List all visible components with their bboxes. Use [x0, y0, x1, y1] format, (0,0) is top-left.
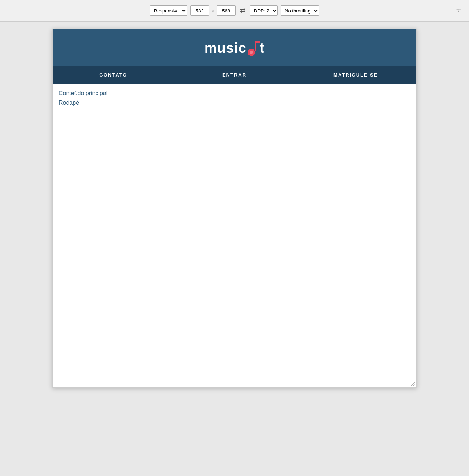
resize-handle[interactable]	[410, 381, 415, 386]
responsive-selector[interactable]: Responsive	[150, 5, 187, 16]
logo-text-t: t	[260, 40, 265, 56]
height-input[interactable]: 568	[217, 5, 236, 16]
throttling-dropdown[interactable]: No throttling	[281, 5, 319, 16]
svg-point-3	[250, 51, 253, 54]
dpr-dropdown[interactable]: DPR: 2	[250, 5, 278, 16]
footer-text: Rodapé	[59, 98, 410, 108]
nav-item-entrar[interactable]: ENTRAR	[174, 66, 295, 84]
device-container: music t CONTATO ENTRAR MATRICULE-SE Cont…	[0, 22, 469, 395]
width-input[interactable]: 582	[190, 5, 209, 16]
svg-line-5	[413, 384, 415, 386]
responsive-dropdown[interactable]: Responsive	[150, 5, 187, 16]
site-nav: CONTATO ENTRAR MATRICULE-SE	[53, 66, 416, 84]
logo: music t	[204, 40, 265, 57]
site-content: Conteúdo principal Rodapé	[53, 84, 416, 304]
main-content-text: Conteúdo principal	[59, 89, 410, 98]
dimension-separator: ×	[211, 8, 214, 14]
rotate-icon-container[interactable]: ⇄	[239, 5, 247, 16]
width-input-group: 582 × 568	[190, 5, 236, 16]
nav-item-contato[interactable]: CONTATO	[53, 66, 174, 84]
touch-icon[interactable]: ☜	[454, 5, 463, 16]
device-frame: music t CONTATO ENTRAR MATRICULE-SE Cont…	[52, 29, 417, 388]
svg-rect-2	[255, 41, 260, 43]
dpr-selector[interactable]: DPR: 2	[250, 5, 278, 16]
logo-text-music: music	[204, 40, 247, 56]
svg-line-4	[411, 382, 415, 386]
nav-item-matricule[interactable]: MATRICULE-SE	[295, 66, 416, 84]
rotate-icon[interactable]: ⇄	[239, 5, 247, 16]
toolbar: Responsive 582 × 568 ⇄ DPR: 2 No throttl…	[0, 0, 469, 22]
site-header: music t	[53, 29, 416, 66]
logo-note-icon	[247, 40, 260, 57]
throttling-selector[interactable]: No throttling	[281, 5, 319, 16]
